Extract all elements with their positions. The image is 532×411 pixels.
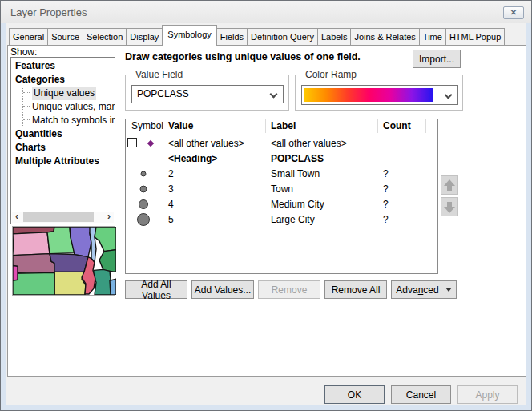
column-header-value[interactable]: Value	[163, 119, 266, 133]
value-field-groupbox: Value Field POPCLASS	[125, 75, 289, 111]
horizontal-scrollbar[interactable]: ‹ ›	[12, 212, 114, 223]
map-thumbnail	[13, 227, 116, 295]
circle-symbol-icon[interactable]	[140, 185, 147, 192]
tab-time[interactable]: Time	[419, 28, 446, 45]
apply-button[interactable]: Apply	[457, 385, 518, 404]
show-item-unique-values-many[interactable]: Unique values, many	[23, 100, 115, 114]
value-field-label: Value Field	[132, 69, 186, 80]
close-icon[interactable]: ✕	[503, 6, 524, 19]
circle-symbol-icon[interactable]	[139, 199, 148, 209]
symbology-tab-page: Show: Features Categories Unique values …	[7, 45, 526, 377]
cell-label: Large City	[266, 214, 378, 225]
map-state	[95, 227, 116, 252]
tab-symbology[interactable]: Symbology	[162, 25, 216, 46]
map-state	[110, 279, 116, 295]
cell-label: Small Town	[266, 168, 378, 179]
column-header-label[interactable]: Label	[266, 119, 378, 133]
scrollbar-thumb[interactable]	[23, 212, 94, 222]
cancel-button[interactable]: Cancel	[391, 385, 451, 404]
tab-fields[interactable]: Fields	[216, 28, 248, 45]
show-item-unique-values[interactable]: Unique values	[32, 87, 96, 100]
cell-value: <Heading>	[163, 153, 266, 164]
cell-count: ?	[378, 183, 426, 195]
layer-properties-dialog: Layer Properties ✕ General Source Select…	[0, 0, 532, 411]
show-item-charts[interactable]: Charts	[15, 141, 115, 155]
chevron-down-icon[interactable]	[270, 91, 278, 99]
remove-all-button[interactable]: Remove All	[324, 280, 387, 299]
column-header-count[interactable]: Count	[378, 119, 426, 133]
table-row[interactable]: 4 Medium City ?	[126, 196, 437, 212]
cell-count: ?	[378, 199, 426, 210]
table-header: Symbol Value Label Count	[126, 119, 437, 133]
tab-display[interactable]: Display	[126, 28, 163, 45]
arrow-down-icon	[444, 207, 455, 213]
show-item-features[interactable]: Features	[15, 59, 115, 73]
cell-value: 2	[163, 168, 266, 179]
color-ramp-dropdown[interactable]	[301, 85, 458, 105]
table-row[interactable]: 2 Small Town ?	[126, 166, 437, 181]
cell-value: 4	[163, 199, 266, 210]
show-item-categories[interactable]: Categories	[15, 73, 115, 87]
tab-joins-relates[interactable]: Joins & Relates	[350, 28, 419, 45]
tab-selection[interactable]: Selection	[83, 28, 127, 45]
layer-preview-map	[12, 226, 115, 296]
advanced-button[interactable]: Advanced	[391, 280, 457, 299]
show-listbox: Features Categories Unique values Unique…	[10, 57, 115, 224]
map-state	[50, 254, 88, 272]
color-ramp-swatch	[304, 88, 433, 102]
value-field-selected: POPCLASS	[132, 88, 189, 99]
map-state	[13, 272, 54, 295]
tab-strip: General Source Selection Display Symbolo…	[9, 25, 504, 46]
all-other-values-checkbox[interactable]	[127, 138, 137, 147]
tab-definition-query[interactable]: Definition Query	[247, 28, 318, 45]
table-row[interactable]: <Heading> POPCLASS	[126, 151, 437, 166]
move-down-button[interactable]	[441, 197, 458, 216]
column-header-spacer	[426, 119, 437, 133]
value-field-dropdown[interactable]: POPCLASS	[131, 85, 284, 103]
map-state	[13, 265, 18, 280]
tab-source[interactable]: Source	[47, 28, 83, 45]
color-ramp-label: Color Ramp	[302, 69, 360, 80]
window-title: Layer Properties	[10, 6, 87, 18]
chevron-down-icon[interactable]	[445, 91, 453, 99]
table-row[interactable]: 3 Town ?	[126, 181, 437, 196]
remove-button[interactable]: Remove	[258, 280, 320, 299]
map-state	[99, 250, 116, 272]
show-item-multiple-attributes[interactable]: Multiple Attributes	[15, 155, 115, 168]
cell-count: ?	[378, 214, 426, 225]
import-button[interactable]: Import...	[413, 50, 461, 68]
cell-label: Medium City	[266, 199, 378, 210]
scroll-right-icon[interactable]: ›	[104, 212, 114, 223]
title-bar[interactable]: Layer Properties ✕	[1, 1, 531, 23]
dropdown-caret-icon	[445, 288, 452, 292]
cell-label: <all other values>	[266, 138, 378, 149]
symbol-table: Symbol Value Label Count <all other valu…	[125, 119, 438, 274]
arrow-up-icon	[444, 179, 455, 186]
show-label: Show:	[10, 46, 37, 58]
color-ramp-groupbox: Color Ramp	[295, 75, 463, 111]
diamond-symbol-icon[interactable]	[147, 140, 154, 147]
show-item-match-symbols[interactable]: Match to symbols in a	[23, 114, 115, 127]
table-row[interactable]: 5 Large City ?	[126, 212, 437, 227]
ok-button[interactable]: OK	[324, 385, 385, 404]
circle-symbol-icon[interactable]	[141, 171, 147, 176]
cell-label: Town	[266, 183, 378, 195]
cell-value: 5	[163, 214, 266, 225]
tab-labels[interactable]: Labels	[317, 28, 351, 45]
map-state	[13, 232, 50, 256]
draw-categories-description: Draw categories using unique values of o…	[125, 51, 361, 62]
scroll-left-icon[interactable]: ‹	[12, 212, 22, 223]
map-state	[54, 272, 86, 295]
tab-general[interactable]: General	[9, 28, 48, 45]
cell-value: <all other values>	[163, 138, 266, 149]
tab-html-popup[interactable]: HTML Popup	[445, 28, 505, 45]
add-all-values-button[interactable]: Add All Values	[125, 280, 187, 299]
add-values-button[interactable]: Add Values...	[191, 280, 254, 299]
cell-count: ?	[378, 168, 426, 179]
column-header-symbol[interactable]: Symbol	[126, 119, 163, 133]
show-item-quantities[interactable]: Quantities	[15, 127, 115, 141]
move-up-button[interactable]	[441, 175, 458, 195]
circle-symbol-icon[interactable]	[137, 213, 150, 226]
table-row[interactable]: <all other values> <all other values>	[126, 135, 437, 151]
cell-value: 3	[163, 183, 266, 195]
